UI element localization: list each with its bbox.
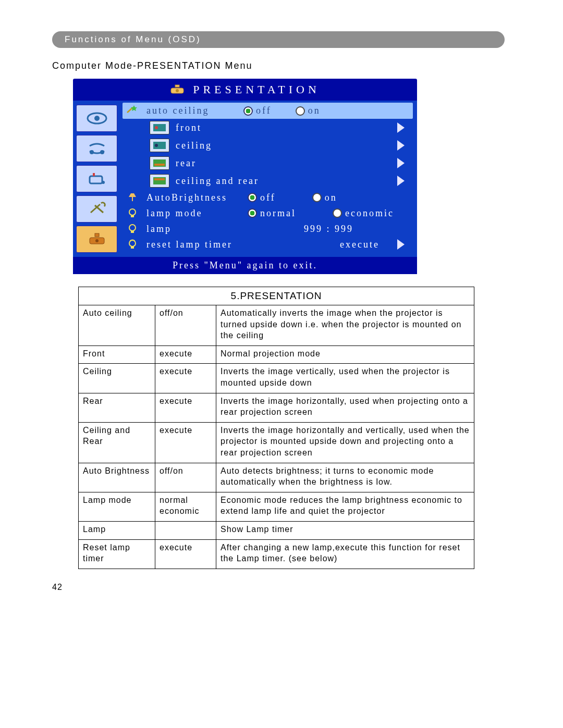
auto-brightness-label: AutoBrightness [146,192,240,203]
bulb-icon [126,223,139,235]
table-row: LampShow Lamp timer [79,521,474,539]
cell-name: Ceiling and Rear [79,422,155,463]
cell-option: execute [155,422,216,463]
svg-point-4 [94,116,100,121]
arrow-right-icon [397,158,405,168]
reset-execute-text: execute [340,239,380,250]
cell-desc: Economic mode reduces the lamp brightnes… [216,492,474,521]
row-front[interactable]: front [123,119,413,137]
osd-title-text: PRESENTATION [193,83,320,96]
cell-name: Rear [79,393,155,422]
row-lamp-mode[interactable]: lamp mode normal economic [123,205,413,221]
cell-option: normal economic [155,492,216,521]
cell-option: execute [155,539,216,569]
auto-ceiling-on-radio[interactable]: on [296,105,321,116]
arrow-right-icon [397,122,405,133]
ceiling-mode-icon [150,139,169,152]
bulb-icon [126,207,139,219]
osd-screenshot: PRESENTATION auto ceiling off on fr [73,79,417,274]
lamp-timer-value: 999 : 999 [304,224,353,235]
arrow-right-icon [397,239,405,250]
cell-desc: Normal projection mode [216,346,474,364]
tab-tools-icon[interactable] [76,195,117,223]
osd-footer: Press "Menu" again to exit. [73,257,417,274]
table-row: CeilingexecuteInverts the image vertical… [79,364,474,393]
row-ceiling[interactable]: ceiling [123,137,413,154]
table-row: Ceiling and RearexecuteInverts the image… [79,422,474,463]
table-row: FrontexecuteNormal projection mode [79,346,474,364]
cell-name: Front [79,346,155,364]
svg-rect-23 [131,215,134,217]
cell-option: execute [155,346,216,364]
svg-point-5 [90,150,94,154]
bulb-reset-icon [126,239,139,250]
cell-desc: Auto detects brightness; it turns to eco… [216,463,474,492]
svg-rect-21 [132,197,133,201]
front-mode-icon [150,121,169,134]
lamp-mode-label: lamp mode [146,208,240,219]
svg-point-22 [129,209,136,215]
row-auto-brightness[interactable]: AutoBrightness off on [123,190,413,205]
cell-desc: Inverts the image vertically, used when … [216,364,474,393]
cell-name: Ceiling [79,364,155,393]
tab-audio-icon[interactable] [76,135,117,162]
cell-name: Lamp [79,521,155,539]
cell-desc: After changing a new lamp,execute this f… [216,539,474,569]
auto-ceiling-off-radio[interactable]: off [243,105,272,116]
auto-brightness-off-radio[interactable]: off [248,192,276,203]
cell-name: Reset lamp timer [79,539,155,569]
tab-setup-icon[interactable] [76,165,117,192]
svg-point-26 [129,240,136,246]
svg-point-9 [102,181,105,184]
svg-rect-20 [154,178,165,180]
svg-rect-18 [154,164,165,166]
page-subtitle: Computer Mode-PRESENTATION Menu [52,60,521,71]
row-reset-lamp-timer[interactable]: reset lamp timer execute [123,237,413,252]
auto-ceiling-label: auto ceiling [146,105,235,116]
rear-mode-icon [150,156,169,170]
wrench-star-icon [126,104,138,117]
lamp-label: lamp [146,224,240,235]
svg-rect-12 [95,233,99,237]
svg-point-1 [176,89,179,92]
description-table: 5.PRESENTATION Auto ceilingoff/onAutomat… [78,287,474,569]
row-auto-ceiling[interactable]: auto ceiling off on [123,103,413,119]
cell-desc: Inverts the image horizontally and verti… [216,422,474,463]
table-row: RearexecuteInverts the image horizontall… [79,393,474,422]
svg-rect-7 [90,176,102,183]
cell-option: off/on [155,463,216,492]
auto-brightness-on-radio[interactable]: on [312,192,337,203]
tab-display-icon[interactable] [76,105,117,132]
table-row: Lamp modenormal economicEconomic mode re… [79,492,474,521]
osd-title-bar: PRESENTATION [73,79,417,101]
cell-option: off/on [155,305,216,346]
osd-tab-column [73,101,120,257]
svg-point-11 [95,239,99,242]
svg-point-6 [100,150,104,154]
cell-name: Auto Brightness [79,463,155,492]
lamp-mode-economic-radio[interactable]: economic [333,208,394,219]
ceiling-rear-mode-icon [150,174,169,188]
reset-lamp-label: reset lamp timer [146,239,261,250]
tab-presentation-icon[interactable] [76,226,117,253]
svg-point-16 [155,144,158,147]
cell-option: execute [155,364,216,393]
table-row: Reset lamp timerexecuteAfter changing a … [79,539,474,569]
cell-desc: Inverts the image horizontally, used whe… [216,393,474,422]
cell-option: execute [155,393,216,422]
cell-option [155,521,216,539]
table-row: Auto Brightnessoff/onAuto detects bright… [79,463,474,492]
cell-desc: Automatically inverts the image when the… [216,305,474,346]
lamp-mode-normal-radio[interactable]: normal [248,208,296,219]
section-header-pill: Functions of Menu (OSD) [52,31,505,48]
ceiling-rear-label: ceiling and rear [176,176,391,187]
svg-point-14 [155,126,158,129]
row-ceiling-rear[interactable]: ceiling and rear [123,172,413,190]
arrow-right-icon [397,176,405,186]
cell-desc: Show Lamp timer [216,521,474,539]
svg-rect-27 [131,246,134,249]
table-row: Auto ceilingoff/onAutomatically inverts … [79,305,474,346]
front-label: front [176,122,391,133]
row-rear[interactable]: rear [123,154,413,172]
page-number: 42 [52,583,521,592]
